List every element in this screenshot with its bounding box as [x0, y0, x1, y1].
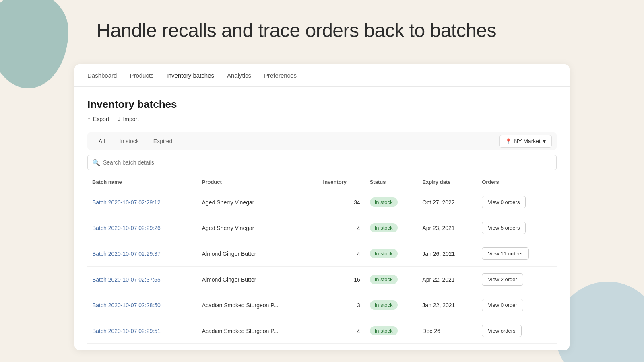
- search-container: 🔍: [87, 155, 557, 170]
- cell-product: Almond Ginger Butter: [197, 267, 318, 292]
- location-icon: 📍: [505, 138, 512, 144]
- cell-inventory: 16: [318, 267, 365, 292]
- location-label: NY Market: [514, 138, 541, 144]
- view-orders-button[interactable]: View 0 orders: [482, 196, 526, 208]
- status-badge: In stock: [370, 300, 398, 310]
- page-heading: Handle recalls and trace orders back to …: [97, 19, 496, 41]
- status-badge: In stock: [370, 223, 398, 232]
- status-badge: In stock: [370, 197, 398, 207]
- cell-orders: View 2 order: [477, 267, 557, 292]
- inventory-table: Batch name Product Inventory Status Expi…: [87, 175, 557, 344]
- batch-link[interactable]: Batch 2020-10-07 02:28:50: [92, 302, 161, 309]
- cell-status: In stock: [365, 292, 418, 318]
- cell-batch-name: Batch 2020-10-07 02:29:37: [87, 241, 197, 267]
- col-product: Product: [197, 175, 318, 189]
- col-status: Status: [365, 175, 418, 189]
- view-orders-button[interactable]: View 2 order: [482, 273, 523, 286]
- decorative-teal-shape: [0, 0, 68, 88]
- cell-status: In stock: [365, 318, 418, 344]
- cell-expiry-date: Jan 26, 2021: [417, 241, 477, 267]
- cell-product: Aged Sherry Vinegar: [197, 215, 318, 241]
- cell-expiry-date: Oct 27, 2022: [417, 189, 477, 215]
- batch-link[interactable]: Batch 2020-10-07 02:29:26: [92, 225, 161, 231]
- cell-product: Aged Sherry Vinegar: [197, 189, 318, 215]
- location-selector[interactable]: 📍 NY Market ▾: [499, 135, 552, 148]
- view-orders-button[interactable]: View 0 order: [482, 299, 523, 311]
- cell-batch-name: Batch 2020-10-07 02:37:55: [87, 267, 197, 292]
- cell-status: In stock: [365, 189, 418, 215]
- cell-batch-name: Batch 2020-10-07 02:29:26: [87, 215, 197, 241]
- cell-expiry-date: Apr 22, 2021: [417, 267, 477, 292]
- tab-analytics[interactable]: Analytics: [227, 64, 251, 86]
- col-orders: Orders: [477, 175, 557, 189]
- cell-expiry-date: Apr 23, 2021: [417, 215, 477, 241]
- cell-expiry-date: Jan 22, 2021: [417, 292, 477, 318]
- export-icon: ↑: [87, 115, 91, 123]
- cell-orders: View 0 order: [477, 292, 557, 318]
- cell-orders: View 5 orders: [477, 215, 557, 241]
- cell-inventory: 3: [318, 292, 365, 318]
- filter-tab-all[interactable]: All: [92, 134, 111, 148]
- page-title: Inventory batches: [87, 98, 557, 111]
- cell-orders: View 0 orders: [477, 189, 557, 215]
- cell-orders: View orders: [477, 318, 557, 344]
- table-row: Batch 2020-10-07 02:29:37 Almond Ginger …: [87, 241, 557, 267]
- cell-batch-name: Batch 2020-10-07 02:29:12: [87, 189, 197, 215]
- table-header-row: Batch name Product Inventory Status Expi…: [87, 175, 557, 189]
- action-buttons: ↑ Export ↓ Import: [87, 115, 557, 123]
- main-card: Dashboard Products Inventory batches Ana…: [74, 64, 570, 350]
- search-icon: 🔍: [92, 159, 100, 167]
- batch-link[interactable]: Batch 2020-10-07 02:37:55: [92, 276, 161, 283]
- col-inventory: Inventory: [318, 175, 365, 189]
- cell-status: In stock: [365, 241, 418, 267]
- cell-status: In stock: [365, 267, 418, 292]
- cell-product: Almond Ginger Butter: [197, 241, 318, 267]
- chevron-down-icon: ▾: [543, 138, 546, 144]
- col-batch-name: Batch name: [87, 175, 197, 189]
- import-button[interactable]: ↓ Import: [117, 115, 139, 123]
- view-orders-button[interactable]: View 5 orders: [482, 222, 526, 234]
- batch-link[interactable]: Batch 2020-10-07 02:29:12: [92, 199, 161, 206]
- filter-tab-in-stock[interactable]: In stock: [113, 134, 145, 148]
- batch-link[interactable]: Batch 2020-10-07 02:29:37: [92, 251, 161, 257]
- cell-batch-name: Batch 2020-10-07 02:29:51: [87, 318, 197, 344]
- search-input[interactable]: [87, 155, 557, 170]
- tab-preferences[interactable]: Preferences: [264, 64, 297, 86]
- status-badge: In stock: [370, 326, 398, 335]
- cell-expiry-date: Dec 26: [417, 318, 477, 344]
- content-area: Inventory batches ↑ Export ↓ Import All …: [74, 87, 570, 350]
- filter-section: All In stock Expired 📍 NY Market ▾: [87, 132, 557, 150]
- status-badge: In stock: [370, 275, 398, 284]
- export-button[interactable]: ↑ Export: [87, 115, 109, 123]
- cell-inventory: 4: [318, 215, 365, 241]
- table-row: Batch 2020-10-07 02:28:50 Acadian Smoked…: [87, 292, 557, 318]
- cell-orders: View 11 orders: [477, 241, 557, 267]
- col-expiry-date: Expiry date: [417, 175, 477, 189]
- table-row: Batch 2020-10-07 02:37:55 Almond Ginger …: [87, 267, 557, 292]
- tab-products[interactable]: Products: [130, 64, 153, 86]
- table-row: Batch 2020-10-07 02:29:51 Acadian Smoked…: [87, 318, 557, 344]
- view-orders-button[interactable]: View 11 orders: [482, 247, 528, 260]
- filter-tab-expired[interactable]: Expired: [147, 134, 179, 148]
- cell-inventory: 4: [318, 241, 365, 267]
- cell-product: Acadian Smoked Sturgeon P...: [197, 318, 318, 344]
- cell-status: In stock: [365, 215, 418, 241]
- tab-inventory-batches[interactable]: Inventory batches: [167, 64, 214, 86]
- tab-dashboard[interactable]: Dashboard: [87, 64, 117, 86]
- view-orders-button[interactable]: View orders: [482, 325, 521, 337]
- cell-inventory: 4: [318, 318, 365, 344]
- import-icon: ↓: [117, 115, 120, 123]
- navigation: Dashboard Products Inventory batches Ana…: [74, 64, 570, 87]
- filter-tabs: All In stock Expired: [92, 134, 179, 148]
- cell-product: Acadian Smoked Sturgeon P...: [197, 292, 318, 318]
- batch-link[interactable]: Batch 2020-10-07 02:29:51: [92, 328, 161, 334]
- cell-batch-name: Batch 2020-10-07 02:28:50: [87, 292, 197, 318]
- table-row: Batch 2020-10-07 02:29:12 Aged Sherry Vi…: [87, 189, 557, 215]
- cell-inventory: 34: [318, 189, 365, 215]
- table-row: Batch 2020-10-07 02:29:26 Aged Sherry Vi…: [87, 215, 557, 241]
- status-badge: In stock: [370, 249, 398, 258]
- filter-tabs-row: All In stock Expired 📍 NY Market ▾: [92, 132, 552, 150]
- table-container: Batch name Product Inventory Status Expi…: [87, 175, 557, 344]
